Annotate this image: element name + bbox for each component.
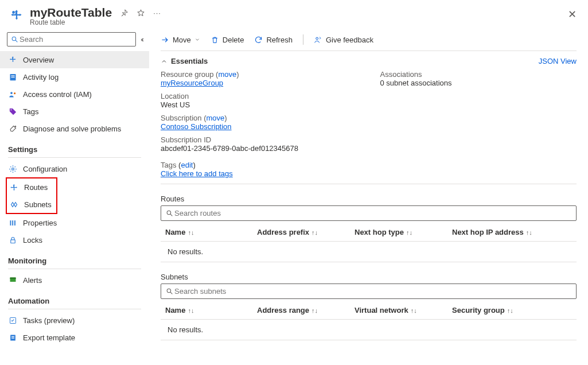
svg-point-6 bbox=[10, 92, 13, 94]
command-bar: Move Delete Refresh Give feedback bbox=[161, 29, 577, 51]
svg-rect-12 bbox=[12, 220, 13, 226]
json-view-link[interactable]: JSON View bbox=[539, 57, 577, 65]
delete-button[interactable]: Delete bbox=[211, 36, 244, 44]
subnets-col-security-group[interactable]: Security group↑↓ bbox=[452, 306, 577, 314]
route-table-icon bbox=[8, 55, 17, 64]
refresh-icon bbox=[254, 36, 263, 44]
subnets-col-address-range[interactable]: Address range↑↓ bbox=[257, 306, 355, 314]
subscription-move-link[interactable]: move bbox=[207, 114, 225, 122]
svg-point-9 bbox=[14, 125, 16, 127]
subnets-icon bbox=[9, 200, 18, 209]
resource-group-link[interactable]: myResourceGroup bbox=[161, 79, 223, 87]
resource-group-label: Resource group (move) bbox=[161, 70, 357, 79]
sidebar-item-label: Export template bbox=[23, 333, 75, 342]
sidebar-item-iam[interactable]: Access control (IAM) bbox=[0, 86, 149, 103]
sidebar-item-label: Alerts bbox=[23, 276, 42, 285]
pin-icon[interactable] bbox=[120, 9, 128, 17]
trash-icon bbox=[211, 36, 219, 44]
star-icon[interactable] bbox=[137, 9, 145, 17]
subnets-section-title: Subnets bbox=[161, 273, 577, 281]
log-icon bbox=[8, 72, 17, 81]
sidebar-search[interactable] bbox=[7, 32, 136, 46]
routes-col-next-hop-type[interactable]: Next hop type↑↓ bbox=[355, 228, 452, 236]
subnets-col-name[interactable]: Name↑↓ bbox=[165, 306, 257, 314]
sort-icon: ↑↓ bbox=[507, 307, 513, 314]
toolbar-separator bbox=[303, 34, 303, 45]
tags-row: Tags (edit) Click here to add tags bbox=[161, 161, 577, 178]
routes-col-name[interactable]: Name↑↓ bbox=[165, 228, 257, 236]
sort-icon: ↑↓ bbox=[311, 307, 318, 314]
sidebar: ‹‹ Overview Activity log Access control … bbox=[0, 29, 149, 365]
sidebar-item-alerts[interactable]: Alerts bbox=[0, 271, 149, 289]
sidebar-item-export-template[interactable]: Export template bbox=[0, 329, 149, 346]
add-tags-link[interactable]: Click here to add tags bbox=[161, 169, 233, 178]
highlighted-nav-items: Routes Subnets bbox=[6, 177, 57, 214]
move-button[interactable]: Move bbox=[161, 36, 200, 44]
location-label: Location bbox=[161, 92, 357, 100]
subnets-search-input[interactable] bbox=[173, 286, 571, 296]
svg-rect-14 bbox=[10, 239, 15, 243]
sidebar-item-activity-log[interactable]: Activity log bbox=[0, 68, 149, 86]
svg-rect-20 bbox=[11, 337, 14, 338]
search-icon bbox=[11, 36, 18, 43]
sidebar-item-routes[interactable]: Routes bbox=[7, 178, 56, 196]
subscription-id-value: abcdef01-2345-6789-0abc-def012345678 bbox=[161, 144, 357, 153]
search-icon bbox=[166, 288, 173, 295]
more-icon[interactable]: ··· bbox=[153, 9, 161, 17]
sidebar-item-overview[interactable]: Overview bbox=[0, 51, 149, 68]
routes-empty: No results. bbox=[161, 242, 577, 262]
feedback-button[interactable]: Give feedback bbox=[314, 36, 373, 44]
sidebar-group-monitoring: Monitoring bbox=[0, 248, 149, 266]
properties-icon bbox=[8, 218, 17, 227]
sidebar-item-label: Configuration bbox=[23, 165, 67, 173]
sidebar-item-label: Overview bbox=[23, 56, 54, 64]
routes-col-address-prefix[interactable]: Address prefix↑↓ bbox=[257, 228, 355, 236]
sidebar-item-tags[interactable]: Tags bbox=[0, 103, 149, 120]
essentials-panel: Resource group (move) myResourceGroup Lo… bbox=[161, 70, 577, 157]
sidebar-item-label: Tags bbox=[23, 107, 38, 116]
tasks-icon bbox=[8, 316, 17, 325]
sidebar-item-subnets[interactable]: Subnets bbox=[7, 196, 56, 213]
sidebar-item-diagnose[interactable]: Diagnose and solve problems bbox=[0, 120, 149, 137]
iam-icon bbox=[8, 90, 17, 99]
essentials-header[interactable]: Essentials JSON View bbox=[161, 51, 577, 70]
svg-point-1 bbox=[12, 37, 16, 41]
sort-icon: ↑↓ bbox=[526, 229, 532, 236]
sidebar-item-tasks[interactable]: Tasks (preview) bbox=[0, 312, 149, 329]
sidebar-item-configuration[interactable]: Configuration bbox=[0, 160, 149, 177]
subnets-search[interactable] bbox=[161, 284, 577, 299]
svg-rect-13 bbox=[14, 220, 15, 226]
resource-group-move-link[interactable]: move bbox=[218, 70, 236, 79]
sidebar-group-settings: Settings bbox=[0, 137, 149, 155]
svg-rect-19 bbox=[11, 336, 14, 337]
subnets-col-virtual-network[interactable]: Virtual network↑↓ bbox=[355, 306, 452, 314]
sidebar-item-properties[interactable]: Properties bbox=[0, 214, 149, 231]
tags-edit-link[interactable]: edit bbox=[181, 161, 193, 169]
subscription-id-label: Subscription ID bbox=[161, 135, 357, 144]
subscription-link[interactable]: Contoso Subscription bbox=[161, 122, 232, 131]
sidebar-search-input[interactable] bbox=[18, 34, 132, 44]
sidebar-item-label: Routes bbox=[24, 183, 48, 192]
sort-icon: ↑↓ bbox=[188, 229, 194, 236]
routes-search[interactable] bbox=[161, 205, 577, 221]
sidebar-item-label: Subnets bbox=[24, 200, 52, 209]
arrow-right-icon bbox=[161, 36, 169, 44]
close-icon[interactable]: ✕ bbox=[568, 8, 577, 21]
routes-table-header: Name↑↓ Address prefix↑↓ Next hop type↑↓ … bbox=[161, 223, 577, 242]
chevron-down-icon bbox=[194, 37, 200, 42]
sidebar-item-locks[interactable]: Locks bbox=[0, 231, 149, 248]
routes-search-input[interactable] bbox=[173, 208, 571, 218]
associations-value: 0 subnet associations bbox=[380, 79, 577, 87]
page-title: myRouteTable bbox=[30, 6, 112, 20]
svg-point-24 bbox=[167, 289, 171, 293]
export-icon bbox=[8, 333, 17, 342]
routes-col-next-hop-ip[interactable]: Next hop IP address↑↓ bbox=[452, 228, 577, 236]
refresh-button[interactable]: Refresh bbox=[254, 36, 293, 44]
svg-rect-4 bbox=[11, 75, 14, 76]
gear-icon bbox=[8, 164, 17, 173]
feedback-icon bbox=[314, 36, 322, 44]
chevron-up-icon bbox=[161, 58, 168, 65]
alerts-icon bbox=[8, 275, 17, 285]
svg-point-7 bbox=[14, 92, 15, 94]
collapse-sidebar-icon[interactable]: ‹‹ bbox=[141, 35, 142, 44]
